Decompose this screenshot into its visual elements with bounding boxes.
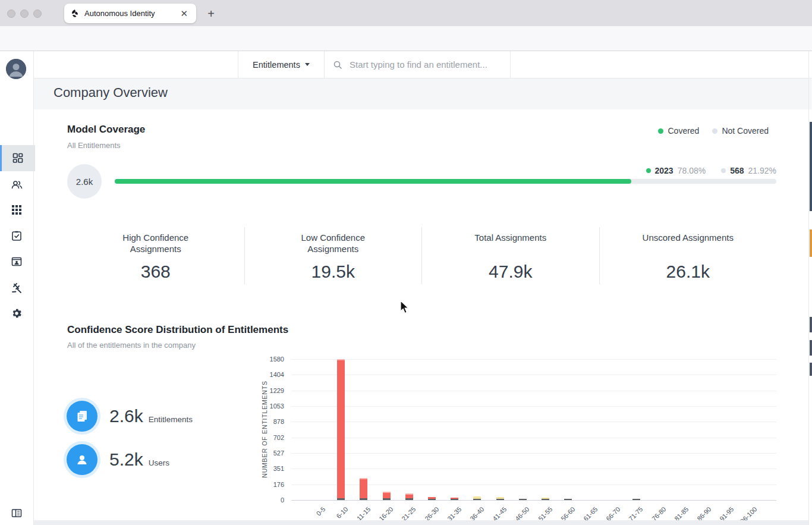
coverage-legend: Covered Not Covered (658, 126, 769, 136)
users-summary: 5.2kUsers (67, 444, 169, 475)
people-icon (11, 178, 23, 191)
coverage-counts: 2023 78.08% 568 21.92% (646, 166, 776, 175)
context-dropdown[interactable]: Entitlements (238, 51, 325, 78)
stat-label: High Confidence Assignments (102, 232, 209, 257)
sidebar-collapse-toggle[interactable] (0, 500, 33, 525)
chart-bar-46-50 (519, 499, 527, 500)
right-edge-divider (808, 51, 809, 525)
chart-x-tick: 6-10 (335, 505, 349, 520)
chart-bar-16-20 (383, 492, 391, 500)
stat-unscored-assignments: Unscored Assignments 26.1k (600, 227, 777, 284)
stat-value: 26.1k (600, 262, 777, 282)
next-section-edge (34, 520, 808, 525)
new-tab-button[interactable]: + (203, 6, 219, 21)
browser-tab-strip: Autonomous Identity ✕ + (0, 0, 812, 26)
page-title: Company Overview (53, 85, 168, 100)
not-covered-percent: 21.92% (748, 166, 776, 175)
covered-dot-icon (658, 128, 663, 134)
chart-gridline (291, 500, 776, 501)
chart-gridline (291, 422, 776, 422)
distribution-title: Confidence Score Distribution of Entitle… (67, 324, 288, 336)
chart-y-axis-label: NUMBER OF ENTITLEMENTS (261, 381, 268, 477)
dashboard-icon (12, 152, 24, 164)
window-minimize-button[interactable] (20, 10, 29, 18)
stat-label: Total Assignments (457, 232, 564, 257)
sidebar-item-dashboard[interactable] (0, 145, 35, 171)
panel-toggle-icon (11, 508, 22, 518)
chart-gridline (291, 375, 776, 375)
chart-bar-26-30 (428, 497, 436, 500)
page-header-band: Company Overview (34, 78, 812, 109)
stat-value: 368 (67, 262, 244, 282)
entitlements-circle (67, 401, 97, 432)
chart-gridline (291, 406, 776, 407)
window-zoom-button[interactable] (33, 10, 42, 18)
id-badge-icon (11, 256, 23, 268)
chart-bar-56-60 (564, 499, 572, 500)
stat-label: Unscored Assignments (634, 232, 741, 257)
avatar-person-icon (6, 59, 26, 79)
chart-gridline (291, 438, 776, 438)
sidebar-item-settings[interactable] (0, 300, 33, 326)
browser-toolbar: https://autoid-ui.forgerock.com/company … (0, 26, 812, 51)
legend-not-covered: Not Covered (712, 126, 769, 136)
sidebar-item-approvals[interactable] (0, 249, 33, 275)
user-icon (75, 452, 89, 467)
distribution-subtitle: All of the entitlements in the company (67, 341, 196, 350)
chart-bar-11-15 (360, 478, 367, 500)
sidebar-item-applications[interactable] (0, 197, 33, 223)
entitlement-search[interactable] (325, 51, 511, 78)
stat-value: 47.9k (422, 262, 599, 282)
search-input[interactable] (348, 59, 499, 70)
chart-gridline (291, 453, 776, 454)
covered-count: 2023 (655, 166, 673, 175)
users-label: Users (149, 458, 169, 467)
chart-bar-21-25 (405, 493, 413, 500)
chart-x-tick: 0-5 (314, 505, 326, 517)
chart-y-tick: 1229 (259, 387, 284, 394)
context-dropdown-label: Entitlements (253, 60, 300, 70)
app-top-bar: Entitlements (34, 51, 812, 78)
chart-gridline (291, 469, 776, 469)
apps-grid-icon (11, 205, 22, 215)
right-edge-artifact (810, 230, 812, 257)
coverage-progress-track (115, 179, 776, 184)
chart-y-tick: 1580 (259, 356, 284, 363)
model-coverage-subtitle: All Entitlements (67, 141, 121, 150)
assignment-stats-row: High Confidence Assignments 368 Low Conf… (67, 227, 776, 284)
users-circle (67, 444, 97, 475)
not-covered-dot-icon (712, 128, 717, 134)
stat-total-assignments: Total Assignments 47.9k (422, 227, 600, 284)
coverage-progress-fill (115, 179, 631, 184)
model-coverage-title: Model Coverage (67, 124, 145, 136)
stat-label: Low Confidence Assignments (279, 232, 386, 257)
right-edge-artifact (810, 363, 812, 376)
stat-value: 19.5k (245, 262, 422, 282)
avatar[interactable] (6, 59, 26, 79)
sidebar-item-identities[interactable] (0, 171, 33, 197)
gear-icon (11, 307, 23, 319)
right-edge-artifact (810, 340, 812, 356)
not-covered-count: 568 (730, 166, 744, 175)
window-close-button[interactable] (7, 10, 15, 18)
forgerock-logo-icon (70, 9, 80, 18)
legend-covered-label: Covered (668, 126, 699, 136)
chart-y-tick: 351 (259, 465, 284, 472)
mouse-cursor (399, 300, 411, 315)
sidebar-item-certifications[interactable] (0, 223, 33, 249)
chart-gridline (291, 359, 776, 360)
tab-close-icon[interactable]: ✕ (178, 8, 190, 19)
sidebar-item-rules[interactable] (0, 275, 33, 301)
window-controls[interactable] (7, 10, 42, 18)
chevron-down-icon (305, 63, 310, 66)
chart-y-tick: 527 (259, 449, 284, 457)
chart-bar-71-75 (632, 499, 640, 500)
not-covered-count-item: 568 21.92% (721, 166, 776, 175)
documents-icon (75, 409, 89, 423)
chart-y-tick: 176 (259, 481, 284, 488)
entitlements-summary: 2.6kEntitlements (67, 401, 193, 432)
browser-tab[interactable]: Autonomous Identity ✕ (64, 4, 196, 23)
clipboard-check-icon (11, 230, 23, 242)
right-edge-artifact (810, 122, 812, 211)
chart-bar-6-10 (337, 359, 345, 500)
